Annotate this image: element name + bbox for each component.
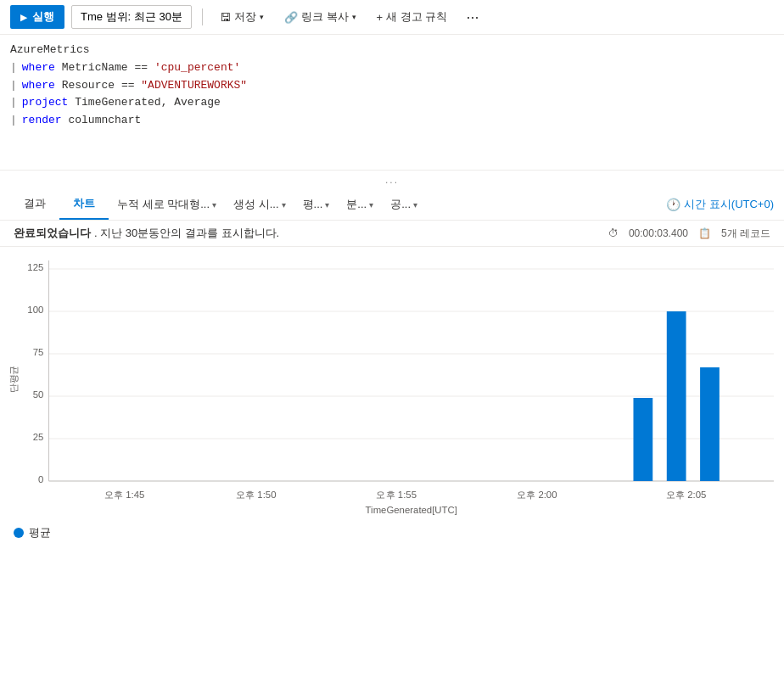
chart-legend: 평균	[0, 522, 784, 547]
new-alert-label: 새 경고 규칙	[386, 9, 447, 25]
svg-text:단평균: 단평균	[8, 366, 19, 393]
pipe-icon-1: |	[10, 59, 17, 77]
column-chart: 125 100 75 50 25 0 단평균 오후 1:45 오후 1:50 오…	[10, 260, 774, 515]
play-icon: ▶	[20, 13, 27, 22]
copy-link-button[interactable]: 🔗 링크 복사 ▾	[277, 6, 363, 28]
legend-label: 평균	[29, 525, 51, 540]
svg-text:TimeGenerated[UTC]: TimeGenerated[UTC]	[366, 505, 457, 515]
pipe-icon-2: |	[10, 77, 17, 95]
code-divider: ...	[0, 171, 784, 189]
status-left: 완료되었습니다 . 지난 30분동안의 결과를 표시합니다.	[14, 226, 279, 241]
val-2: "ADVENTUREWORKS"	[141, 77, 247, 95]
svg-text:50: 50	[33, 389, 44, 400]
svg-text:100: 100	[27, 305, 43, 315]
avg-chevron-icon: ▾	[325, 200, 329, 210]
copy-link-label: 링크 복사	[301, 9, 349, 25]
tab-generate[interactable]: 생성 시... ▾	[225, 190, 294, 219]
legend-dot	[14, 528, 24, 538]
code-line-5: | render columnchart	[0, 112, 784, 130]
code-line-4: | project TimeGenerated, Average	[0, 94, 784, 112]
status-right: ⏱ 00:00:03.400 📋 5개 레코드	[608, 227, 770, 241]
svg-text:0: 0	[38, 474, 43, 484]
svg-text:오후 2:05: 오후 2:05	[666, 490, 707, 500]
copy-icon: 📋	[698, 227, 711, 239]
svg-text:125: 125	[27, 262, 43, 272]
tab-share[interactable]: 공... ▾	[382, 190, 426, 219]
status-bar: 완료되었습니다 . 지난 30분동안의 결과를 표시합니다. ⏱ 00:00:0…	[0, 221, 784, 247]
svg-text:오후 1:50: 오후 1:50	[236, 490, 277, 500]
clock-icon-2: ⏱	[608, 227, 619, 239]
toolbar: ▶ 실행 Tme 범위: 최근 30분 🖫 저장 ▾ 🔗 링크 복사 ▾ + 새…	[0, 0, 784, 35]
svg-text:75: 75	[33, 347, 44, 357]
tabs-bar: 결과 차트 누적 세로 막대형... ▾ 생성 시... ▾ 평... ▾ 분.…	[0, 189, 784, 221]
bar-2	[667, 311, 686, 481]
code-line-2: | where MetricName == 'cpu_percent'	[0, 59, 784, 77]
min-label: 분...	[346, 197, 367, 212]
svg-text:오후 2:00: 오후 2:00	[517, 490, 557, 500]
field-2: Resource	[62, 77, 115, 95]
cumulative-chevron-icon: ▾	[212, 200, 216, 210]
run-button[interactable]: ▶ 실행	[10, 5, 64, 29]
duration-value: 00:00:03.400	[629, 227, 688, 239]
kw-where-1: where	[22, 59, 55, 77]
code-line-3: | where Resource == "ADVENTUREWORKS"	[0, 77, 784, 95]
time-range-label: Tme 범위: 최근 30분	[81, 10, 182, 23]
time-range-button[interactable]: Tme 범위: 최근 30분	[71, 5, 192, 29]
time-display-button[interactable]: 🕐 시간 표시(UTC+0)	[666, 197, 774, 212]
tab-avg[interactable]: 평... ▾	[294, 190, 339, 219]
save-button[interactable]: 🖫 저장 ▾	[213, 6, 271, 28]
kw-project: project	[22, 94, 69, 112]
val-1: 'cpu_percent'	[154, 59, 240, 77]
share-chevron-icon: ▾	[413, 200, 417, 210]
copy-link-chevron-icon: ▾	[352, 13, 356, 21]
generate-label: 생성 시...	[233, 197, 278, 212]
project-rest: TimeGenerated, Average	[75, 94, 221, 112]
op-2: ==	[121, 77, 135, 95]
tab-min[interactable]: 분... ▾	[338, 190, 382, 219]
run-label: 실행	[32, 9, 54, 25]
tab-chart[interactable]: 차트	[59, 189, 109, 220]
save-label: 저장	[234, 9, 256, 25]
op-1: ==	[134, 59, 148, 77]
field-1: MetricName	[62, 59, 128, 77]
avg-label: 평...	[303, 197, 323, 212]
min-chevron-icon: ▾	[369, 200, 373, 210]
more-button[interactable]: ···	[461, 8, 484, 26]
render-rest: columnchart	[68, 112, 141, 130]
generate-chevron-icon: ▾	[282, 200, 286, 210]
status-message: . 지난 30분동안의 결과를 표시합니다.	[94, 226, 279, 241]
plus-icon: +	[377, 11, 384, 24]
chart-area: 125 100 75 50 25 0 단평균 오후 1:45 오후 1:50 오…	[0, 247, 784, 522]
save-icon: 🖫	[220, 11, 231, 24]
time-display-label: 시간 표시(UTC+0)	[684, 197, 774, 212]
link-icon: 🔗	[284, 11, 298, 24]
code-line-1: AzureMetrics	[0, 42, 784, 59]
pipe-icon-4: |	[10, 112, 17, 130]
toolbar-separator	[202, 8, 203, 25]
svg-text:오후 1:45: 오후 1:45	[104, 490, 145, 500]
completed-label: 완료되었습니다	[14, 226, 91, 241]
kw-where-2: where	[22, 77, 55, 95]
cumulative-label: 누적 세로 막대형...	[117, 197, 210, 212]
bar-3	[700, 367, 720, 481]
svg-text:오후 1:55: 오후 1:55	[376, 490, 417, 500]
code-line1-text: AzureMetrics	[10, 42, 90, 59]
records-value: 5개 레코드	[721, 227, 770, 241]
share-label: 공...	[390, 197, 411, 212]
save-chevron-icon: ▾	[260, 13, 264, 21]
kw-render: render	[22, 112, 62, 130]
bar-1	[633, 398, 652, 481]
svg-text:25: 25	[33, 432, 44, 442]
clock-icon: 🕐	[666, 198, 680, 211]
code-editor[interactable]: AzureMetrics | where MetricName == 'cpu_…	[0, 35, 784, 171]
new-alert-button[interactable]: + 새 경고 규칙	[370, 6, 455, 28]
pipe-icon-3: |	[10, 94, 17, 112]
tab-result[interactable]: 결과	[10, 189, 59, 220]
tab-cumulative[interactable]: 누적 세로 막대형... ▾	[109, 190, 225, 219]
